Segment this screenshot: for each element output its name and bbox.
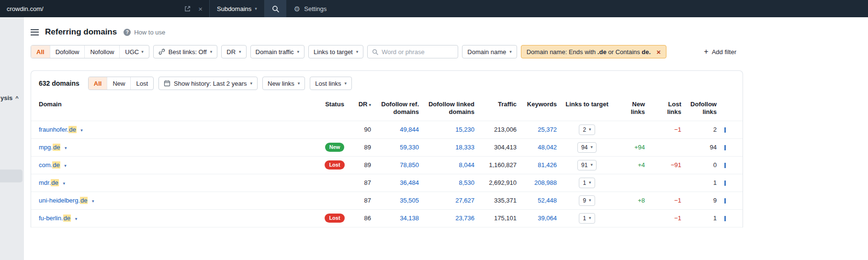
domain-link[interactable]: fraunhofer.de: [39, 126, 77, 133]
dofollow-linked-domains-link[interactable]: 15,230: [455, 126, 474, 133]
subdomains-dropdown[interactable]: Subdomains ▾: [210, 0, 264, 17]
col-domain[interactable]: Domain: [31, 96, 319, 121]
domain-traffic-filter[interactable]: Domain traffic ▾: [250, 45, 305, 58]
chevron-down-icon: ▾: [589, 216, 591, 220]
domain-dropdown-icon[interactable]: ▾: [63, 181, 65, 186]
col-keywords[interactable]: Keywords: [520, 96, 561, 121]
add-filter-button[interactable]: + Add filter: [704, 48, 736, 56]
dr-filter-label: DR: [226, 48, 236, 56]
search-button[interactable]: [265, 0, 286, 17]
segment-status-all[interactable]: All: [89, 77, 107, 90]
domain-link[interactable]: uni-heidelberg.de: [39, 197, 88, 204]
chevron-down-icon: ▾: [344, 81, 347, 86]
best-links-filter[interactable]: Best links: Off ▾: [153, 45, 218, 58]
new-links-filter[interactable]: New links ▾: [262, 77, 305, 90]
menu-icon[interactable]: [31, 29, 39, 35]
dofollow-linked-domains-link[interactable]: 18,333: [455, 144, 474, 151]
traffic-value: 335,371: [478, 192, 520, 209]
segment-dofollow[interactable]: Dofollow: [50, 45, 85, 58]
dr-filter[interactable]: DR ▾: [221, 45, 246, 58]
col-sparkline: [721, 96, 743, 121]
segment-ugc-label: UGC: [125, 48, 139, 56]
links-to-target-select[interactable]: 2▾: [579, 124, 595, 135]
domain-dropdown-icon[interactable]: ▾: [92, 199, 94, 203]
how-to-use-link[interactable]: ? How to use: [124, 29, 165, 36]
col-new-links[interactable]: New links: [613, 96, 649, 121]
dofollow-linked-domains-link[interactable]: 8,044: [459, 161, 474, 169]
col-dr[interactable]: DR▾: [350, 96, 375, 121]
domain-link[interactable]: mdr.de: [39, 179, 59, 186]
chevron-down-icon: ▾: [297, 50, 300, 54]
domain-dropdown-icon[interactable]: ▾: [64, 163, 67, 168]
dr-value: 89: [350, 156, 375, 174]
dofollow-ref-domains-link[interactable]: 78,850: [400, 161, 419, 169]
dofollow-ref-domains-link[interactable]: 35,505: [400, 197, 419, 204]
keywords-link[interactable]: 48,042: [538, 144, 557, 151]
match-highlight: de: [80, 197, 88, 204]
col-status[interactable]: Status: [319, 96, 350, 121]
sidebar-partial-item[interactable]: ysis ^: [0, 94, 19, 102]
col-links-to-target[interactable]: Links to target: [561, 96, 613, 121]
links-to-target-select[interactable]: 1▾: [579, 213, 595, 224]
links-to-target-select[interactable]: 91▾: [577, 160, 597, 170]
dofollow-links-value: 94: [685, 138, 721, 156]
links-to-target-select[interactable]: 9▾: [579, 195, 595, 206]
page-header: Referring domains ? How to use: [31, 17, 743, 37]
domain-dropdown-icon[interactable]: ▾: [75, 216, 78, 221]
remove-filter-icon[interactable]: ×: [656, 48, 661, 56]
dofollow-ref-domains-link[interactable]: 34,138: [400, 215, 419, 222]
col-dofollow-ref-domains[interactable]: Dofollow ref. domains: [375, 96, 423, 121]
keywords-link[interactable]: 208,988: [534, 179, 557, 186]
segment-ugc[interactable]: UGC ▾: [119, 45, 148, 58]
chevron-down-icon: ▾: [250, 81, 253, 86]
url-input-icons: ×: [184, 5, 203, 12]
table-row: fu-berlin.de ▾ Lost 86 34,138 23,736 175…: [31, 209, 743, 227]
chevron-down-icon: ▾: [255, 7, 257, 11]
referring-domains-card: 632 domains All New Lost Show history: L…: [31, 70, 743, 227]
links-to-target-select[interactable]: 1▾: [579, 178, 595, 188]
chevron-down-icon: ▾: [589, 127, 591, 132]
segment-all[interactable]: All: [31, 45, 50, 58]
lost-links-filter[interactable]: Lost links ▾: [310, 77, 352, 90]
segment-nofollow[interactable]: Nofollow: [84, 45, 119, 58]
settings-button[interactable]: ⚙ Settings: [294, 0, 327, 17]
domain-link[interactable]: mpg.de: [39, 144, 60, 151]
col-traffic[interactable]: Traffic: [478, 96, 520, 121]
new-links-value: +8: [613, 192, 649, 209]
segment-status-lost[interactable]: Lost: [130, 77, 153, 90]
dofollow-ref-domains-link[interactable]: 36,484: [400, 179, 419, 186]
dofollow-linked-domains-link[interactable]: 8,530: [459, 179, 474, 186]
domain-name-label: Domain name: [467, 48, 506, 56]
open-in-new-icon[interactable]: [184, 6, 191, 12]
dofollow-linked-domains-link[interactable]: 23,736: [455, 215, 474, 222]
chevron-down-icon: ▾: [239, 50, 241, 54]
domain-link[interactable]: com.de: [39, 161, 60, 169]
domain-dropdown-icon[interactable]: ▾: [65, 146, 67, 150]
clear-url-icon[interactable]: ×: [198, 5, 203, 12]
keywords-link[interactable]: 81,426: [538, 161, 557, 169]
target-url-input[interactable]: crowdin.com/ ×: [0, 0, 209, 17]
dofollow-linked-domains-link[interactable]: 27,627: [455, 197, 474, 204]
domain-link[interactable]: fu-berlin.de: [39, 215, 71, 222]
segment-status-new[interactable]: New: [107, 77, 130, 90]
domain-dropdown-icon[interactable]: ▾: [80, 128, 83, 133]
dofollow-ref-domains-link[interactable]: 59,330: [400, 144, 419, 151]
status-cell: Lost: [319, 209, 350, 227]
sidebar-partial-highlight[interactable]: [0, 170, 23, 182]
keywords-link[interactable]: 39,064: [538, 215, 557, 222]
keywords-link[interactable]: 25,372: [538, 126, 557, 133]
chevron-down-icon: ▾: [298, 81, 300, 86]
word-or-phrase-search[interactable]: [367, 45, 458, 58]
search-input[interactable]: [382, 48, 453, 56]
show-history-filter[interactable]: Show history: Last 2 years ▾: [158, 77, 258, 90]
links-to-target-select[interactable]: 94▾: [577, 142, 597, 153]
col-dofollow-links[interactable]: Dofollow links: [685, 96, 721, 121]
active-filter-chip[interactable]: Domain name: Ends with .de or Contains d…: [521, 45, 666, 58]
col-lost-links[interactable]: Lost links: [649, 96, 685, 121]
domain-name-filter[interactable]: Domain name ▾: [462, 45, 517, 58]
keywords-link[interactable]: 52,448: [538, 197, 557, 204]
col-dofollow-linked-domains[interactable]: Dofollow linked domains: [423, 96, 478, 121]
new-links-label: New links: [268, 80, 294, 87]
dofollow-ref-domains-link[interactable]: 49,844: [400, 126, 419, 133]
links-to-target-filter[interactable]: Links to target ▾: [308, 45, 363, 58]
